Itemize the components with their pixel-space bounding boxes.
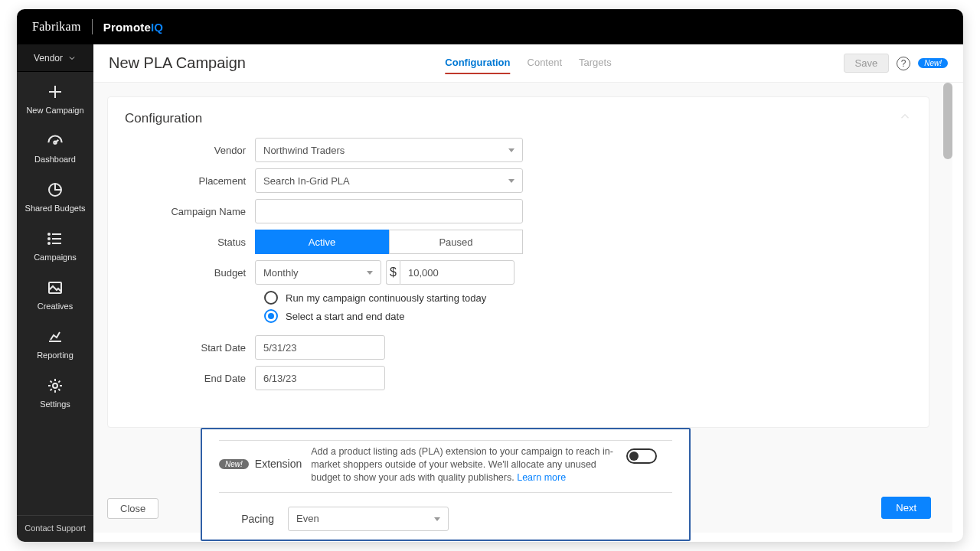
tab-content[interactable]: Content	[528, 52, 563, 74]
extension-description-text: Add a product listing ads (PLA) extensio…	[311, 446, 613, 483]
radio-dates[interactable]: Select a start and end date	[264, 309, 912, 323]
svg-point-2	[48, 233, 50, 235]
extension-learn-more-link[interactable]: Learn more	[517, 472, 566, 483]
new-pill: New!	[918, 58, 948, 68]
page-title: New PLA Campaign	[109, 54, 246, 72]
pacing-select[interactable]: Even	[288, 507, 449, 531]
budget-amount-input[interactable]: 10,000	[400, 260, 514, 285]
status-active-button[interactable]: Active	[255, 230, 389, 254]
status-paused-button[interactable]: Paused	[389, 230, 523, 254]
extension-new-badge: New!	[219, 459, 249, 469]
plus-icon	[46, 83, 64, 101]
extension-toggle[interactable]	[626, 448, 657, 464]
app-frame: Fabrikam PromoteIQ Vendor New Campaign D…	[17, 9, 963, 542]
radio-dates-label: Select a start and end date	[286, 311, 404, 322]
radio-continuous-label: Run my campaign continuously starting to…	[286, 292, 486, 304]
save-button[interactable]: Save	[844, 54, 890, 73]
vendor-value: Northwind Traders	[263, 145, 345, 156]
vendor-switcher-label: Vendor	[34, 53, 63, 64]
top-bar: Fabrikam PromoteIQ	[17, 9, 963, 44]
list-icon	[46, 230, 64, 248]
nav-new-campaign-label: New Campaign	[17, 106, 93, 115]
nav-creatives[interactable]: Creatives	[17, 268, 93, 317]
gauge-icon	[45, 131, 65, 151]
brand-promoteiq: PromoteIQ	[103, 21, 164, 34]
extension-description: Add a product listing ads (PLA) extensio…	[311, 445, 617, 484]
nav-campaigns-label: Campaigns	[17, 253, 93, 262]
end-date-value: 6/13/23	[263, 373, 296, 384]
budget-period-select[interactable]: Monthly	[255, 260, 381, 285]
tab-targets[interactable]: Targets	[579, 52, 612, 74]
label-start-date: Start Date	[125, 342, 255, 354]
status-segmented: Active Paused	[255, 230, 523, 254]
start-date-value: 5/31/23	[263, 342, 296, 354]
campaign-name-input[interactable]	[255, 199, 523, 223]
radio-continuous-control[interactable]	[264, 291, 278, 305]
budget-amount-group: $ 10,000	[386, 260, 514, 285]
brand-promote: Promote	[103, 21, 151, 34]
left-nav: Vendor New Campaign Dashboard Shared Bud…	[17, 44, 93, 542]
label-campaign-name: Campaign Name	[125, 206, 255, 217]
label-budget: Budget	[125, 267, 255, 279]
svg-point-4	[48, 243, 50, 244]
label-placement: Placement	[125, 175, 255, 187]
label-status: Status	[125, 236, 255, 248]
label-end-date: End Date	[125, 373, 255, 384]
placement-select[interactable]: Search In-Grid PLA	[255, 168, 523, 193]
svg-point-6	[53, 383, 57, 388]
nav-shared-budgets-label: Shared Budgets	[17, 204, 93, 213]
chart-icon	[46, 328, 64, 346]
start-date-input[interactable]: 5/31/23	[255, 335, 385, 360]
nav-reporting[interactable]: Reporting	[17, 317, 93, 366]
configuration-panel: Configuration Vendor Northwind Traders P…	[107, 96, 929, 428]
radio-dates-control[interactable]	[264, 309, 278, 323]
nav-contact-label: Contact Support	[24, 523, 86, 533]
nav-new-campaign[interactable]: New Campaign	[17, 72, 93, 121]
nav-shared-budgets[interactable]: Shared Budgets	[17, 170, 93, 219]
nav-campaigns[interactable]: Campaigns	[17, 219, 93, 268]
collapse-icon[interactable]	[898, 109, 912, 127]
brand-divider	[92, 19, 93, 34]
header-tabs: Configuration Content Targets	[445, 52, 611, 74]
brand-fabrikam: Fabrikam	[32, 20, 81, 34]
label-pacing: Pacing	[219, 513, 288, 525]
nav-settings[interactable]: Settings	[17, 366, 93, 415]
budget-period-value: Monthly	[263, 267, 299, 279]
nav-creatives-label: Creatives	[17, 302, 93, 311]
label-vendor: Vendor	[125, 145, 255, 156]
help-icon[interactable]: ?	[897, 57, 910, 70]
budget-amount-value: 10,000	[408, 267, 439, 279]
extension-label: Extension	[255, 458, 302, 470]
page-header: New PLA Campaign Configuration Content T…	[93, 44, 963, 83]
chevron-up-icon	[898, 109, 912, 123]
svg-point-3	[48, 238, 50, 240]
next-button[interactable]: Next	[881, 497, 931, 519]
gear-icon	[46, 377, 64, 395]
nav-dashboard-label: Dashboard	[17, 155, 93, 164]
image-icon	[46, 279, 64, 297]
configuration-title-row: Configuration	[125, 109, 912, 127]
scrollbar[interactable]	[943, 83, 952, 159]
pacing-value: Even	[296, 513, 319, 524]
tab-configuration[interactable]: Configuration	[445, 52, 510, 74]
extension-highlight-box: New! Extension Add a product listing ads…	[201, 428, 691, 541]
pie-icon	[46, 181, 64, 199]
end-date-input[interactable]: 6/13/23	[255, 366, 385, 390]
nav-reporting-label: Reporting	[17, 350, 93, 360]
configuration-title: Configuration	[125, 111, 202, 126]
nav-settings-label: Settings	[17, 399, 93, 409]
vendor-select[interactable]: Northwind Traders	[255, 138, 523, 162]
currency-symbol: $	[386, 260, 400, 285]
nav-contact-support[interactable]: Contact Support	[17, 515, 93, 542]
chevron-down-icon	[67, 54, 77, 63]
vendor-switcher[interactable]: Vendor	[17, 44, 93, 72]
placement-value: Search In-Grid PLA	[263, 175, 350, 187]
radio-continuous[interactable]: Run my campaign continuously starting to…	[264, 291, 912, 305]
nav-dashboard[interactable]: Dashboard	[17, 121, 93, 170]
close-button[interactable]: Close	[107, 498, 158, 519]
brand-iq: IQ	[151, 21, 163, 34]
